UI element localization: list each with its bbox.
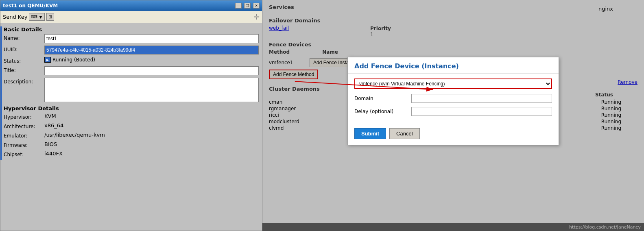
vm-content: Basic Details Name: UUID: Status: ▶ Runn… <box>0 23 262 231</box>
hypervisor-details-title: Hypervisor Details <box>4 105 259 111</box>
close-button[interactable]: ✕ <box>253 3 260 9</box>
name-input[interactable] <box>44 34 259 43</box>
emulator-row: Emulator: /usr/libexec/qemu-kvm <box>4 132 259 139</box>
firmware-label: Firmware: <box>4 141 44 148</box>
send-key-label: Send Key <box>3 14 27 20</box>
vm-window: test1 on QEMU/KVM — ❒ ✕ Send Key ⌨ ▼ ⊞ ✛… <box>0 0 262 231</box>
uuid-label: UUID: <box>4 46 44 52</box>
emulator-label: Emulator: <box>4 132 44 139</box>
vm-toolbar: Send Key ⌨ ▼ ⊞ ✛ <box>0 11 262 23</box>
description-row: Description: <box>4 78 259 102</box>
modal-body: vmfence (xvm Virtual Machine Fencing) Do… <box>348 74 559 125</box>
send-key-button[interactable]: ⌨ ▼ <box>29 13 45 21</box>
title-row: Title: <box>4 66 259 75</box>
minimize-button[interactable]: — <box>235 3 242 9</box>
titlebar-controls: — ❒ ✕ <box>235 3 260 9</box>
hypervisor-row: Hypervisor: KVM <box>4 113 259 120</box>
uuid-row: UUID: <box>4 46 259 54</box>
vm-titlebar: test1 on QEMU/KVM — ❒ ✕ <box>0 0 262 11</box>
hypervisor-label: Hypervisor: <box>4 113 44 120</box>
firmware-row: Firmware: BIOS <box>4 141 259 148</box>
fence-method-select[interactable]: vmfence (xvm Virtual Machine Fencing) <box>354 78 552 89</box>
modal-title: Add Fence Device (Instance) <box>348 57 559 74</box>
emulator-value: /usr/libexec/qemu-kvm <box>44 132 105 138</box>
running-icon: ▶ <box>44 57 51 63</box>
vm-window-title: test1 on QEMU/KVM <box>3 3 58 9</box>
status-row: Status: ▶ Running (Booted) <box>4 57 259 64</box>
chipset-row: Chipset: i440FX <box>4 150 259 157</box>
screenshot-button[interactable]: ⊞ <box>46 13 54 21</box>
modal-footer: Submit Cancel <box>348 125 559 145</box>
architecture-row: Architecture: x86_64 <box>4 122 259 129</box>
domain-input[interactable] <box>411 94 552 103</box>
name-label: Name: <box>4 34 44 41</box>
domain-row: Domain <box>354 94 552 103</box>
domain-label: Domain <box>354 96 411 101</box>
uuid-input[interactable] <box>44 46 259 54</box>
delay-row: Delay (optional) <box>354 107 552 116</box>
firmware-value: BIOS <box>44 141 57 147</box>
delay-label: Delay (optional) <box>354 109 411 114</box>
architecture-value: x86_64 <box>44 122 63 129</box>
title-label: Title: <box>4 66 44 73</box>
screenshot-icon: ⊞ <box>48 14 52 20</box>
restore-button[interactable]: ❒ <box>244 3 251 9</box>
description-label: Description: <box>4 78 44 85</box>
name-row: Name: <box>4 34 259 43</box>
delay-input[interactable] <box>411 107 552 116</box>
chipset-label: Chipset: <box>4 150 44 157</box>
architecture-label: Architecture: <box>4 122 44 129</box>
dropdown-arrow-icon: ▼ <box>38 15 43 20</box>
cancel-button[interactable]: Cancel <box>389 128 419 139</box>
move-icon: ✛ <box>253 13 260 21</box>
status-label: Status: <box>4 57 44 64</box>
status-text: Running (Booted) <box>52 57 95 63</box>
add-fence-device-modal: Add Fence Device (Instance) vmfence (xvm… <box>347 57 559 145</box>
title-input[interactable] <box>44 66 259 75</box>
hypervisor-value: KVM <box>44 113 56 119</box>
keyboard-icon: ⌨ <box>31 14 37 20</box>
right-panel: Services nginx Failover Domains web_fail… <box>262 0 644 231</box>
chipset-value: i440FX <box>44 150 63 157</box>
submit-button[interactable]: Submit <box>354 128 386 139</box>
basic-details-title: Basic Details <box>4 26 259 33</box>
description-input[interactable] <box>44 78 259 102</box>
modal-overlay: Add Fence Device (Instance) vmfence (xvm… <box>262 0 644 231</box>
status-value: ▶ Running (Booted) <box>44 57 95 63</box>
